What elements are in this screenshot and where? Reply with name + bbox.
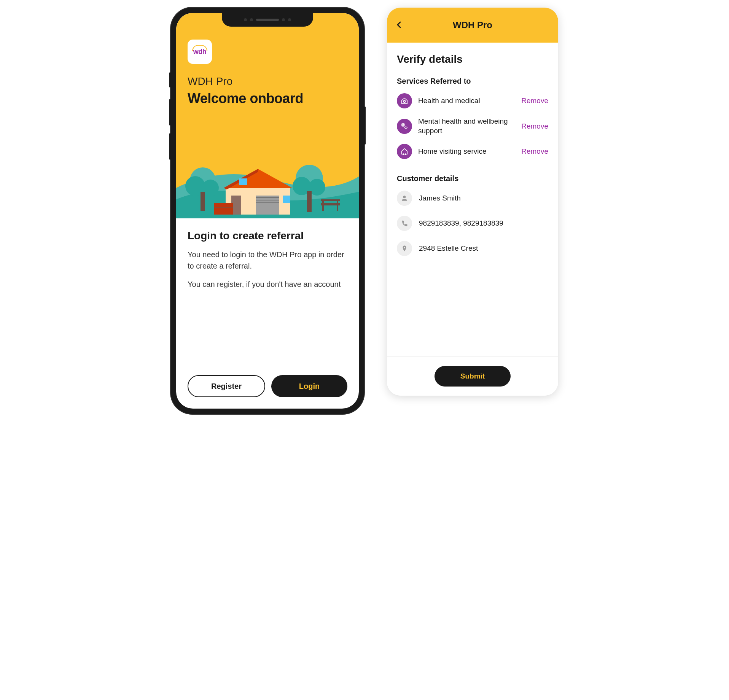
phone-frame-welcome: wdh WDH Pro Welcome onboard xyxy=(171,8,364,414)
service-label: Health and medical xyxy=(418,96,515,106)
house-illustration xyxy=(176,142,359,218)
svg-point-28 xyxy=(403,196,406,199)
svg-rect-7 xyxy=(307,191,312,212)
customer-name-row: James Smith xyxy=(397,191,548,206)
customer-name: James Smith xyxy=(419,194,461,202)
customer-section: Customer details James Smith 9829183839,… xyxy=(397,174,548,256)
service-row-home-visiting: Home visiting service Remove xyxy=(397,144,548,159)
svg-rect-11 xyxy=(239,178,247,185)
auth-button-row: Register Login xyxy=(188,375,347,397)
remove-link[interactable]: Remove xyxy=(521,97,548,105)
register-button[interactable]: Register xyxy=(188,375,265,397)
service-row-mental-health: Mental health and wellbeing support Remo… xyxy=(397,117,548,135)
verify-heading: Verify details xyxy=(397,53,548,65)
customer-phone: 9829183839, 9829183839 xyxy=(419,219,503,228)
customer-address: 2948 Estelle Crest xyxy=(419,244,478,253)
verify-screen: WDH Pro Verify details Services Referred… xyxy=(387,8,558,396)
svg-rect-23 xyxy=(337,199,338,211)
remove-link[interactable]: Remove xyxy=(521,122,548,130)
app-logo: wdh xyxy=(188,40,212,64)
welcome-screen: wdh WDH Pro Welcome onboard xyxy=(176,13,359,409)
logo-arc-icon xyxy=(192,45,207,51)
svg-point-27 xyxy=(405,154,406,155)
submit-button[interactable]: Submit xyxy=(435,366,511,387)
svg-point-29 xyxy=(404,247,405,248)
person-icon xyxy=(397,191,412,206)
customer-phone-row: 9829183839, 9829183839 xyxy=(397,216,548,231)
welcome-heading: Welcome onboard xyxy=(188,91,347,107)
svg-rect-3 xyxy=(201,192,205,211)
header-title: WDH Pro xyxy=(453,20,492,30)
service-label: Home visiting service xyxy=(418,147,515,156)
phone-icon xyxy=(397,216,412,231)
login-instruction-1: You need to login to the WDH Pro app in … xyxy=(188,249,347,272)
svg-rect-12 xyxy=(256,196,279,215)
welcome-content: Login to create referral You need to log… xyxy=(176,218,359,308)
app-name: WDH Pro xyxy=(188,75,347,88)
submit-bar: Submit xyxy=(387,356,558,396)
svg-point-24 xyxy=(403,100,406,103)
notch xyxy=(222,13,313,27)
login-instruction-2: You can register, if you don't have an a… xyxy=(188,278,347,290)
service-label: Mental health and wellbeing support xyxy=(418,117,515,135)
services-section-label: Services Referred to xyxy=(397,77,548,86)
customer-section-label: Customer details xyxy=(397,174,548,183)
login-heading: Login to create referral xyxy=(188,230,347,242)
customer-address-row: 2948 Estelle Crest xyxy=(397,241,548,256)
verify-body: Verify details Services Referred to Heal… xyxy=(387,43,558,277)
service-row-health: Health and medical Remove xyxy=(397,93,548,108)
header-bar: WDH Pro xyxy=(387,8,558,43)
mental-health-icon xyxy=(397,119,412,134)
login-button[interactable]: Login xyxy=(271,375,347,397)
home-visiting-icon xyxy=(397,144,412,159)
svg-rect-18 xyxy=(214,203,233,215)
svg-point-26 xyxy=(403,154,404,155)
health-medical-icon xyxy=(397,93,412,108)
back-icon[interactable] xyxy=(395,19,403,31)
location-icon xyxy=(397,241,412,256)
svg-rect-22 xyxy=(322,199,324,211)
remove-link[interactable]: Remove xyxy=(521,147,548,156)
welcome-hero: wdh WDH Pro Welcome onboard xyxy=(176,13,359,218)
svg-rect-17 xyxy=(283,196,290,203)
